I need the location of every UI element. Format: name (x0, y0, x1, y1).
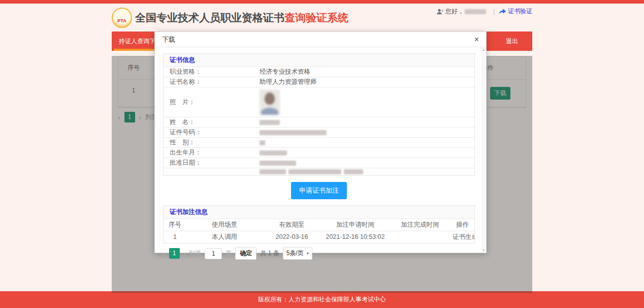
site-header: PTA 全国专业技术人员职业资格证书查询验证系统 您好， | 证书验证 (112, 4, 532, 32)
close-icon[interactable]: × (474, 36, 479, 44)
modal-pagination: ‹ 1 › 到第 页 确定 共 1 条 5条/页 ▾ (163, 247, 475, 260)
modal-header: 下载 × (155, 32, 486, 47)
info-row-qualification: 职业资格： 经济专业技术资格 (164, 67, 474, 77)
info-row-id-number: 证件号码： (164, 127, 474, 137)
user-area: 您好， | 证书验证 (436, 7, 532, 16)
scroll-down-icon[interactable]: ▼ (482, 249, 485, 252)
next-page-arrow[interactable]: › (183, 250, 186, 258)
copyright-text: 版权所有：人力资源和社会保障部人事考试中心 (258, 296, 386, 303)
cert-info-section-title: 证书信息 (164, 54, 474, 67)
redacted-id-number (260, 130, 327, 135)
cert-generating-link[interactable]: 证书生成中… (450, 231, 474, 243)
certificate-verify-link[interactable]: 证书验证 (508, 7, 532, 16)
modal-body: 证书信息 职业资格： 经济专业技术资格 证书名称： 助理人力资源管理师 照 片： (155, 47, 486, 260)
info-row-birth: 出生年月： (164, 147, 474, 158)
share-arrow-icon (499, 8, 506, 15)
info-row-cert-name: 证书名称： 助理人力资源管理师 (164, 77, 474, 87)
goto-page-input[interactable] (205, 248, 222, 259)
pta-logo: PTA (112, 8, 132, 28)
info-row-photo: 照 片： (164, 87, 474, 117)
page-size-select[interactable]: 5条/页 ▾ (283, 247, 312, 260)
annotation-section-title: 证书加注信息 (164, 206, 474, 219)
redacted-approve-date (260, 161, 296, 166)
info-row-gender: 性 别： (164, 137, 474, 147)
info-row-approve-date: 批准日期： (164, 158, 474, 168)
confirm-button[interactable]: 确定 (235, 247, 256, 260)
redacted-username (465, 9, 486, 14)
download-modal: 下载 × ▲ ▼ 证书信息 职业资格： 经济专业技术资格 证书名称： 助理人力资… (154, 32, 487, 253)
modal-scrollbar[interactable]: ▲ ▼ (481, 48, 486, 252)
page-1-button[interactable]: 1 (169, 248, 180, 259)
prev-page-arrow[interactable]: ‹ (163, 250, 166, 258)
goto-suffix-label: 页 (226, 249, 232, 258)
apply-annotation-button[interactable]: 申请证书加注 (291, 182, 347, 199)
redacted-name (260, 120, 280, 125)
redacted-birth-date (260, 150, 287, 156)
top-accent-strip (0, 0, 644, 4)
info-row-name: 姓 名： (164, 117, 474, 127)
footer: 版权所有：人力资源和社会保障部人事考试中心 (0, 291, 644, 308)
scroll-up-icon[interactable]: ▲ (482, 48, 485, 51)
goto-prefix-label: 到第 (189, 249, 201, 258)
info-row-org (164, 168, 474, 175)
certificate-info-table: 证书信息 职业资格： 经济专业技术资格 证书名称： 助理人力资源管理师 照 片： (163, 53, 475, 176)
logout-button[interactable]: 退出 (492, 37, 532, 46)
annotation-table: 证书加注信息 序号 使用场景 有效期至 加注申请时间 加注完成时间 操作 1 本… (163, 205, 475, 243)
annotation-table-header: 序号 使用场景 有效期至 加注申请时间 加注完成时间 操作 (164, 219, 474, 231)
pta-logo-text: PTA (117, 18, 126, 23)
annotation-table-row: 1 本人调用 2022-03-16 2021-12-16 10:53:02 证书… (164, 231, 474, 243)
redacted-org-info (260, 169, 363, 174)
total-count-label: 共 1 条 (260, 249, 279, 258)
chevron-down-icon: ▾ (307, 251, 309, 256)
greeting-divider: | (493, 8, 495, 15)
site-title: 全国专业技术人员职业资格证书查询验证系统 (135, 11, 348, 25)
user-icon (436, 8, 443, 15)
greeting-text: 您好， (445, 7, 464, 16)
modal-title: 下载 (162, 35, 175, 44)
redacted-gender (260, 140, 265, 145)
site-title-accent: 查询验证系统 (284, 12, 348, 23)
site-title-main: 全国专业技术人员职业资格证书 (135, 12, 284, 23)
id-photo (260, 89, 280, 115)
